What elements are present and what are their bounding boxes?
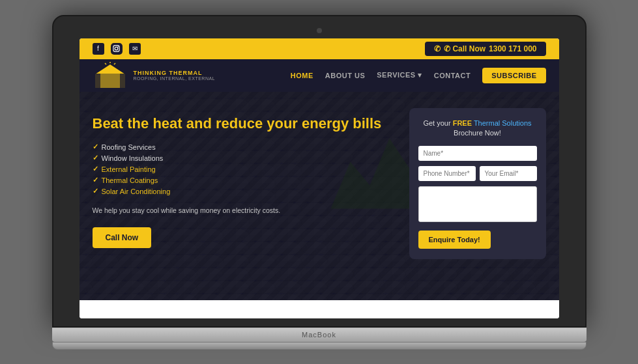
- name-input[interactable]: [418, 146, 537, 161]
- facebook-icon[interactable]: f: [93, 43, 104, 55]
- instagram-icon[interactable]: [111, 43, 123, 55]
- top-bar-left: f ✉: [93, 43, 141, 55]
- check-icon-4: ✓: [93, 176, 98, 184]
- camera: [317, 28, 322, 33]
- check-icon-2: ✓: [93, 154, 98, 162]
- logo-area: THINKING THERMAL ROOFING, INTERNAL, EXTE…: [93, 62, 216, 89]
- checklist-item-2: ✓Window Insulations: [93, 154, 396, 162]
- navigation: THINKING THERMAL ROOFING, INTERNAL, EXTE…: [80, 59, 559, 92]
- check-icon-5: ✓: [93, 187, 98, 195]
- nav-contact[interactable]: CONTACT: [434, 72, 471, 79]
- hero-content: Beat the heat and reduce your energy bil…: [80, 92, 559, 300]
- checklist-item-1: ✓Roofing Services: [93, 143, 396, 151]
- check-icon-1: ✓: [93, 143, 98, 151]
- checklist-item-4: ✓Thermal Coatings: [93, 176, 396, 184]
- checklist-item-5: ✓Solar Air Conditioning: [93, 187, 396, 195]
- phone-icon: ✆: [434, 44, 441, 53]
- check-icon-3: ✓: [93, 165, 98, 173]
- laptop-shell: f ✉ ✆ ✆ Call Now 1300 1: [52, 15, 587, 350]
- subscribe-button[interactable]: SUBSCRIBE: [482, 68, 545, 83]
- hero-section: Beat the heat and reduce your energy bil…: [80, 92, 559, 300]
- hero-subtext: We help you stay cool while saving money…: [93, 206, 396, 216]
- call-now-hero-button[interactable]: Call Now: [93, 227, 152, 248]
- form-card: Get your FREE Thermal Solutions Brochure…: [409, 108, 546, 260]
- email-icon[interactable]: ✉: [129, 43, 141, 55]
- hero-checklist: ✓Roofing Services ✓Window Insulations ✓E…: [93, 143, 396, 195]
- form-row-phone-email: [418, 166, 537, 181]
- nav-home[interactable]: HOME: [291, 72, 313, 79]
- svg-point-1: [115, 47, 118, 50]
- nav-links: HOME ABOUT US SERVICES ▾ CONTACT SUBSCRI…: [291, 68, 546, 83]
- svg-rect-5: [100, 74, 120, 88]
- logo-svg: [93, 62, 128, 89]
- call-now-label: ✆ Call Now: [444, 44, 486, 53]
- svg-line-10: [114, 63, 115, 64]
- svg-point-2: [117, 46, 118, 47]
- laptop-screen: f ✉ ✆ ✆ Call Now 1300 1: [80, 38, 559, 318]
- hero-title: Beat the heat and reduce your energy bil…: [93, 115, 396, 133]
- email-input[interactable]: [480, 166, 537, 181]
- svg-rect-0: [113, 46, 119, 51]
- enquire-button[interactable]: Enquire Today!: [418, 231, 491, 249]
- laptop-base: MacBook: [52, 328, 587, 342]
- nav-services[interactable]: SERVICES ▾: [377, 71, 422, 79]
- message-textarea[interactable]: [418, 186, 537, 222]
- logo-text: THINKING THERMAL ROOFING, INTERNAL, EXTE…: [134, 70, 216, 81]
- phone-number: 1300 171 000: [489, 44, 536, 53]
- form-card-title: Get your FREE Thermal Solutions Brochure…: [418, 119, 537, 139]
- screen-bezel: f ✉ ✆ ✆ Call Now 1300 1: [52, 15, 587, 328]
- top-bar: f ✉ ✆ ✆ Call Now 1300 1: [80, 38, 559, 59]
- nav-about[interactable]: ABOUT US: [325, 72, 365, 79]
- call-now-button[interactable]: ✆ ✆ Call Now 1300 171 000: [425, 42, 545, 56]
- hero-left: Beat the heat and reduce your energy bil…: [93, 108, 396, 248]
- svg-point-8: [108, 66, 113, 71]
- laptop-bottom: [52, 342, 587, 350]
- checklist-item-3: ✓External Painting: [93, 165, 396, 173]
- macbook-label: MacBook: [302, 331, 336, 339]
- white-strip: [80, 300, 559, 318]
- phone-input[interactable]: [418, 166, 476, 181]
- website: f ✉ ✆ ✆ Call Now 1300 1: [80, 38, 559, 318]
- svg-line-11: [105, 63, 106, 64]
